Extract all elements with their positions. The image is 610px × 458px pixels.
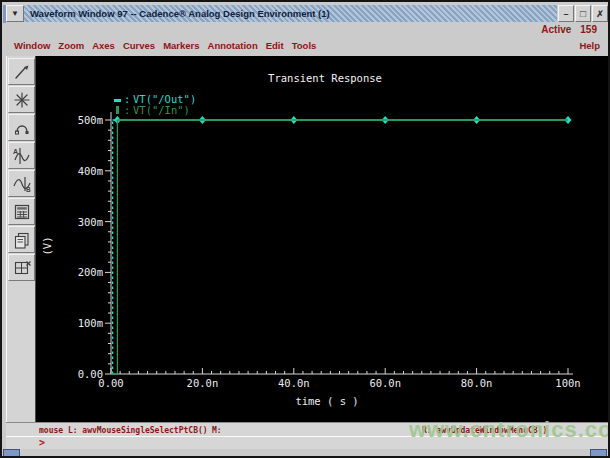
pan-arc-icon — [12, 118, 32, 138]
zoom-star-tool-button[interactable] — [8, 86, 35, 113]
x-axis-label: time ( s ) — [295, 395, 358, 407]
close-button[interactable]: ✗ — [592, 5, 608, 22]
titlebar[interactable]: ▼ Waveform Window 97 -- Cadence® Analog … — [6, 5, 608, 22]
y-tick-label: 0.00 — [78, 368, 103, 380]
menu-item-annotation[interactable]: Annotation — [208, 40, 258, 51]
legend-symbol-bar — [116, 106, 119, 114]
active-count: 159 — [580, 24, 597, 35]
waveform-window: ▼ Waveform Window 97 -- Cadence® Analog … — [0, 0, 610, 458]
svg-text:B: B — [26, 186, 31, 193]
legend-entry-in[interactable]: :VT("/In") — [116, 104, 190, 116]
x-tick-label: 20.0n — [187, 377, 219, 389]
menu-item-zoom[interactable]: Zoom — [58, 40, 84, 51]
window-menu-button[interactable]: ▼ — [6, 5, 24, 22]
legend-symbol-dash — [114, 99, 121, 102]
main-area: A B — [6, 56, 608, 422]
copy-window-tool-button[interactable] — [8, 226, 35, 253]
menu-item-window[interactable]: Window — [14, 40, 50, 51]
y-axis-label: (V) — [41, 237, 53, 256]
chart-title: Transient Response — [268, 72, 382, 84]
menubar: WindowZoomAxesCurvesMarkersAnnotationEdi… — [14, 37, 600, 53]
marker-a-tool-button[interactable]: A — [8, 142, 35, 169]
x-tick-label: 40.0n — [278, 377, 310, 389]
mouse-left-binding: mouse L: awvMouseSingleSelectPtCB() — [39, 426, 208, 435]
titlebar-stripes[interactable]: Waveform Window 97 -- Cadence® Analog De… — [24, 5, 557, 22]
trace-out[interactable] — [111, 116, 572, 374]
watermark-text: www.cntronics.com — [409, 417, 610, 443]
probe-pen-icon — [12, 62, 32, 82]
x-tick-label: 100n — [555, 377, 580, 389]
prompt-chevron: > — [39, 437, 45, 448]
menu-item-tools[interactable]: Tools — [292, 40, 317, 51]
marker-b-icon: B — [12, 174, 32, 194]
maximize-button[interactable]: □ — [575, 5, 591, 22]
mouse-middle-binding: M: — [212, 426, 222, 435]
y-tick-label: 400m — [78, 165, 103, 177]
menu-item-curves[interactable]: Curves — [123, 40, 155, 51]
probe-pen-tool-button[interactable] — [8, 58, 35, 85]
subwindow-clip-icon — [12, 258, 32, 278]
calculator-icon — [12, 202, 32, 222]
minimize-icon: – — [563, 9, 568, 19]
menu-item-markers[interactable]: Markers — [163, 40, 199, 51]
legend-colon: : — [124, 104, 130, 116]
trace-in[interactable] — [111, 120, 568, 374]
minimize-button[interactable]: – — [558, 5, 574, 22]
y-tick-label: 100m — [78, 317, 103, 329]
copy-window-icon — [12, 230, 32, 250]
menu-item-edit[interactable]: Edit — [266, 40, 284, 51]
window-menu-icon: ▼ — [11, 9, 19, 18]
zoom-star-icon — [12, 90, 32, 110]
pan-arc-tool-button[interactable] — [8, 114, 35, 141]
calculator-tool-button[interactable] — [8, 198, 35, 225]
menu-items: WindowZoomAxesCurvesMarkersAnnotationEdi… — [14, 40, 316, 51]
marker-a-icon: A — [12, 146, 32, 166]
resize-corner-bottom-left[interactable] — [3, 449, 20, 458]
bottom-frame — [2, 449, 608, 458]
menu-item-axes[interactable]: Axes — [92, 40, 115, 51]
legend-label: VT("/In") — [133, 104, 190, 116]
subwindow-clip-tool-button[interactable] — [8, 254, 35, 281]
resize-corner-bottom-right[interactable] — [590, 449, 607, 458]
active-status-row: Active 159 — [541, 23, 597, 36]
axes — [105, 112, 573, 374]
left-toolbar: A B — [6, 56, 36, 422]
y-tick-label: 500m — [78, 114, 103, 126]
maximize-icon: □ — [580, 8, 586, 19]
active-label: Active — [541, 24, 571, 35]
marker-b-tool-button[interactable]: B — [8, 170, 35, 197]
menu-item-help[interactable]: Help — [579, 40, 600, 51]
close-icon: ✗ — [596, 9, 604, 19]
x-tick-label: 60.0n — [369, 377, 401, 389]
y-tick-label: 300m — [78, 216, 103, 228]
waveform-plot[interactable]: 0.0020.0n40.0n60.0n80.0n100n0.00100m200m… — [37, 56, 608, 422]
x-tick-label: 80.0n — [461, 377, 493, 389]
svg-text:A: A — [13, 148, 18, 155]
window-title: Waveform Window 97 -- Cadence® Analog De… — [30, 8, 330, 19]
y-tick-label: 200m — [78, 266, 103, 278]
